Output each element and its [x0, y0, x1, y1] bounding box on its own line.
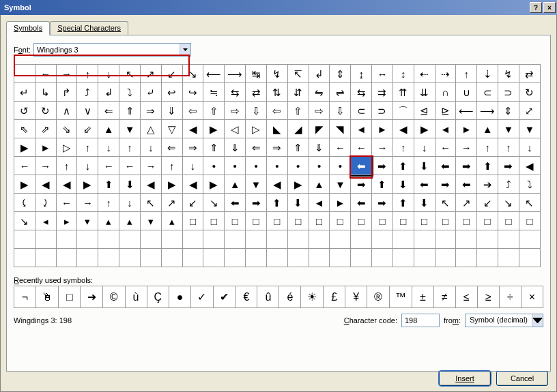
recent-symbol-cell[interactable]: û — [257, 286, 279, 308]
recent-symbol-cell[interactable]: ¥ — [345, 286, 367, 308]
symbol-cell[interactable]: ⇓ — [225, 138, 246, 157]
symbol-cell[interactable]: □ — [372, 212, 393, 230]
symbol-cell[interactable] — [203, 230, 225, 249]
symbol-cell[interactable]: ⇐ — [246, 138, 267, 157]
symbol-cell[interactable]: □ — [435, 212, 456, 230]
symbol-cell[interactable]: ↑ — [392, 138, 414, 157]
symbol-cell[interactable]: ↓ — [98, 138, 119, 157]
symbol-cell[interactable]: ◀ — [266, 175, 287, 194]
symbol-cell[interactable]: ➡ — [498, 157, 519, 175]
symbol-cell[interactable]: ⇧ — [203, 102, 225, 120]
symbol-cell[interactable]: ◀ — [56, 175, 77, 194]
symbol-cell[interactable]: ⇋ — [309, 83, 330, 102]
recent-symbol-cell[interactable]: ÷ — [499, 286, 521, 308]
symbol-cell[interactable]: ⊂ — [477, 83, 498, 102]
symbol-cell[interactable]: ▶ — [287, 175, 309, 194]
recent-symbol-cell[interactable]: × — [521, 286, 543, 308]
symbol-cell[interactable] — [98, 230, 119, 249]
symbol-cell[interactable]: → — [372, 138, 393, 157]
recent-symbol-cell[interactable]: ™ — [389, 286, 412, 308]
recent-symbol-cell[interactable]: € — [235, 286, 257, 308]
symbol-cell[interactable]: ▼ — [330, 175, 351, 194]
symbol-cell[interactable]: ⬇ — [392, 175, 414, 194]
symbol-cell[interactable]: ⬅ — [225, 194, 246, 212]
symbol-cell[interactable]: ← — [435, 138, 456, 157]
symbol-cell[interactable]: ▽ — [161, 120, 182, 138]
symbol-cell[interactable]: ➡ — [372, 194, 393, 212]
symbol-cell[interactable]: ↙ — [182, 194, 203, 212]
symbol-cell[interactable]: ⬅ — [414, 175, 435, 194]
symbol-cell[interactable] — [35, 249, 56, 267]
symbol-cell[interactable]: ↙ — [161, 65, 182, 83]
symbol-cell[interactable]: ⇄ — [519, 65, 540, 83]
symbol-cell[interactable]: ⤵ — [119, 83, 141, 102]
symbol-cell[interactable]: ⇑ — [203, 138, 225, 157]
symbol-cell[interactable] — [246, 230, 267, 249]
symbol-cell[interactable]: ↳ — [35, 83, 56, 102]
symbol-cell[interactable] — [203, 249, 225, 267]
symbol-cell[interactable]: → — [140, 157, 161, 175]
symbol-cell[interactable]: ⇖ — [14, 120, 35, 138]
recent-symbol-cell[interactable]: 🖱 — [36, 286, 59, 308]
symbol-cell[interactable]: ⤴ — [498, 175, 519, 194]
symbol-cell[interactable]: ↸ — [287, 65, 309, 83]
symbol-cell[interactable] — [182, 249, 203, 267]
symbol-cell[interactable]: □ — [330, 212, 351, 230]
symbol-cell[interactable]: ◂ — [35, 212, 56, 230]
symbol-cell[interactable]: ⇒ — [140, 102, 161, 120]
tab-symbols[interactable]: Symbols — [6, 21, 50, 35]
from-dropdown-button[interactable] — [532, 314, 543, 327]
recent-symbol-cell[interactable]: □ — [59, 286, 81, 308]
symbol-cell[interactable] — [35, 230, 56, 249]
symbol-cell[interactable]: ◀ — [392, 120, 414, 138]
symbol-cell[interactable]: ▼ — [498, 120, 519, 138]
symbol-cell[interactable]: ▴ — [98, 212, 119, 230]
symbol-cell[interactable]: □ — [498, 212, 519, 230]
symbol-cell[interactable]: ⇣ — [477, 65, 498, 83]
symbol-cell[interactable]: ⇒ — [182, 138, 203, 157]
symbol-cell[interactable]: □ — [351, 212, 372, 230]
symbol-cell[interactable]: ⇐ — [98, 102, 119, 120]
symbol-cell[interactable]: ↕ — [392, 65, 414, 83]
symbol-cell[interactable] — [372, 249, 393, 267]
symbol-cell[interactable] — [14, 65, 35, 83]
symbol-cell[interactable] — [519, 249, 540, 267]
symbol-cell[interactable]: ➡ — [456, 157, 477, 175]
symbol-cell[interactable]: ↹ — [246, 65, 267, 83]
symbol-cell[interactable]: ⇕ — [330, 65, 351, 83]
symbol-cell[interactable]: ⤶ — [140, 83, 161, 102]
symbol-cell[interactable] — [225, 230, 246, 249]
symbol-cell[interactable]: ⊴ — [414, 102, 435, 120]
symbol-cell[interactable] — [392, 230, 414, 249]
symbol-cell[interactable]: ⇆ — [351, 83, 372, 102]
symbol-cell[interactable]: ⇦ — [266, 102, 287, 120]
symbol-cell[interactable]: • — [309, 157, 330, 175]
symbol-cell[interactable]: ↘ — [182, 65, 203, 83]
symbol-cell[interactable] — [14, 249, 35, 267]
help-button[interactable]: ? — [530, 2, 542, 13]
symbol-cell[interactable]: ⇑ — [119, 102, 141, 120]
symbol-cell[interactable]: ▾ — [77, 212, 98, 230]
symbol-cell[interactable]: ⟶ — [477, 102, 498, 120]
symbol-cell[interactable]: ↓ — [414, 138, 435, 157]
symbol-cell[interactable]: ↑ — [161, 157, 182, 175]
symbol-cell[interactable]: → — [77, 194, 98, 212]
symbol-cell[interactable]: ↑ — [56, 157, 77, 175]
symbol-cell[interactable]: ⬇ — [287, 194, 309, 212]
symbol-cell[interactable]: □ — [182, 212, 203, 230]
recent-symbol-cell[interactable]: Ç — [147, 286, 169, 308]
symbol-cell[interactable] — [309, 230, 330, 249]
symbol-cell[interactable]: ⊂ — [351, 102, 372, 120]
symbol-cell[interactable]: □ — [519, 212, 540, 230]
recent-symbol-cell[interactable]: ● — [169, 286, 190, 308]
symbol-cell[interactable]: ◀ — [519, 157, 540, 175]
symbol-cell[interactable] — [392, 249, 414, 267]
symbol-cell[interactable]: ↓ — [119, 194, 141, 212]
symbol-cell[interactable]: ↓ — [140, 138, 161, 157]
insert-button[interactable]: Insert — [439, 371, 491, 386]
symbol-cell[interactable] — [246, 249, 267, 267]
symbol-cell[interactable]: ⬅ — [435, 157, 456, 175]
symbol-cell[interactable]: ∧ — [56, 102, 77, 120]
symbol-cell[interactable]: ← — [330, 138, 351, 157]
symbol-cell[interactable]: ⊵ — [435, 102, 456, 120]
